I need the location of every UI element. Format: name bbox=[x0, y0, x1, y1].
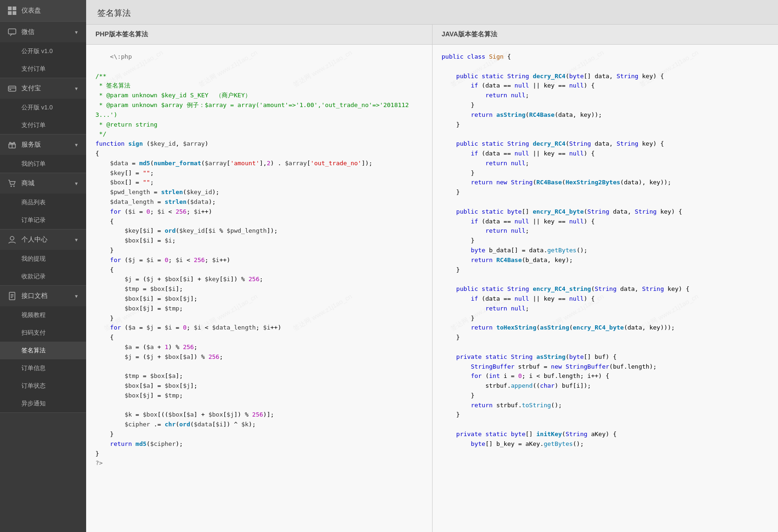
svg-point-10 bbox=[10, 236, 14, 240]
sidebar-section-label-weixin: 微信 bbox=[21, 28, 74, 36]
java-code-block[interactable]: 签达网 www.z1j1ao_cn 签达网 www.z1j1ao_cn 签达网 … bbox=[433, 45, 778, 532]
sidebar-sub-items-weixin: 公开版 v1.0 支付订单 bbox=[0, 42, 86, 78]
sidebar-sub-items-alipay: 公开版 v1.0 支付订单 bbox=[0, 99, 86, 134]
sidebar-item-api-async[interactable]: 异步通知 bbox=[0, 395, 86, 412]
chat-icon bbox=[7, 27, 17, 37]
sidebar-section-weixin: 微信 ▼ 公开版 v1.0 支付订单 bbox=[0, 22, 86, 78]
cart-icon bbox=[7, 179, 17, 188]
php-panel-header: PHP版本签名算法 bbox=[86, 25, 432, 45]
sidebar-section-header-service[interactable]: 服务版 ▼ bbox=[0, 135, 86, 155]
wallet-icon bbox=[7, 84, 17, 93]
sidebar-dashboard-label: 仪表盘 bbox=[21, 7, 79, 15]
sidebar-item-shop-orders[interactable]: 订单记录 bbox=[0, 211, 86, 229]
sidebar-item-alipay-public[interactable]: 公开版 v1.0 bbox=[0, 99, 86, 116]
sidebar-section-header-personal[interactable]: 个人中心 ▼ bbox=[0, 229, 86, 250]
sidebar-sub-items-shop: 商品列表 订单记录 bbox=[0, 194, 86, 229]
sidebar-section-header-shop[interactable]: 商城 ▼ bbox=[0, 173, 86, 194]
php-panel: PHP版本签名算法 签达网 www.z1j1ao_cn 签达网 www.z1j1… bbox=[86, 25, 433, 532]
sidebar-item-api-orderinfo[interactable]: 订单信息 bbox=[0, 359, 86, 377]
java-panel: JAVA版本签名算法 签达网 www.z1j1ao_cn 签达网 www.z1j… bbox=[433, 25, 778, 532]
java-code: public class Sign { public static String… bbox=[442, 52, 769, 449]
sidebar-item-alipay-orders[interactable]: 支付订单 bbox=[0, 116, 86, 134]
page-title: 签名算法 bbox=[97, 7, 767, 19]
sidebar-section-label-shop: 商城 bbox=[21, 179, 74, 188]
sidebar-item-api-video[interactable]: 视频教程 bbox=[0, 306, 86, 324]
sidebar-section-header-weixin[interactable]: 微信 ▼ bbox=[0, 22, 86, 42]
sidebar-item-personal-withdraw[interactable]: 我的提现 bbox=[0, 250, 86, 268]
chevron-down-icon-personal: ▼ bbox=[74, 237, 79, 242]
sidebar-section-shop: 商城 ▼ 商品列表 订单记录 bbox=[0, 173, 86, 229]
php-code: <\:php /** * 签名算法 * @param unknown $key_… bbox=[95, 52, 423, 468]
sidebar-item-api-orderstatus[interactable]: 订单状态 bbox=[0, 377, 86, 395]
grid-icon bbox=[7, 6, 17, 15]
sidebar-item-dashboard[interactable]: 仪表盘 bbox=[0, 0, 86, 22]
sidebar-item-shop-products[interactable]: 商品列表 bbox=[0, 194, 86, 211]
svg-rect-0 bbox=[8, 7, 12, 10]
sidebar-item-api-sign[interactable]: 签名算法 bbox=[0, 342, 86, 359]
main-content: 签名算法 PHP版本签名算法 签达网 www.z1j1ao_cn 签达网 www… bbox=[86, 0, 778, 532]
sidebar-item-personal-collection[interactable]: 收款记录 bbox=[0, 268, 86, 285]
gift-icon bbox=[7, 140, 17, 149]
svg-point-8 bbox=[11, 186, 12, 187]
java-panel-header: JAVA版本签名算法 bbox=[433, 25, 778, 45]
sidebar-section-header-apidoc[interactable]: 接口文档 ▼ bbox=[0, 286, 86, 306]
sidebar-section-personal: 个人中心 ▼ 我的提现 收款记录 bbox=[0, 229, 86, 286]
chevron-down-icon-apidoc: ▼ bbox=[74, 294, 79, 299]
svg-rect-6 bbox=[9, 89, 11, 90]
sidebar-item-weixin-public[interactable]: 公开版 v1.0 bbox=[0, 42, 86, 60]
sidebar: 仪表盘 微信 ▼ 公开版 v1.0 支付订单 bbox=[0, 0, 86, 532]
svg-point-9 bbox=[14, 186, 15, 187]
sidebar-section-label-apidoc: 接口文档 bbox=[21, 292, 74, 300]
user-icon bbox=[7, 235, 17, 244]
sidebar-item-weixin-orders[interactable]: 支付订单 bbox=[0, 60, 86, 78]
content-area: PHP版本签名算法 签达网 www.z1j1ao_cn 签达网 www.z1j1… bbox=[86, 25, 778, 532]
page-header: 签名算法 bbox=[86, 0, 778, 25]
doc-icon bbox=[7, 291, 17, 301]
sidebar-section-alipay: 支付宝 ▼ 公开版 v1.0 支付订单 bbox=[0, 78, 86, 135]
svg-rect-4 bbox=[8, 29, 16, 34]
chevron-down-icon-service: ▼ bbox=[74, 142, 79, 148]
php-code-block[interactable]: 签达网 www.z1j1ao_cn 签达网 www.z1j1ao_cn 签达网 … bbox=[86, 45, 432, 532]
svg-rect-3 bbox=[13, 11, 16, 15]
svg-rect-5 bbox=[8, 86, 16, 91]
sidebar-section-header-alipay[interactable]: 支付宝 ▼ bbox=[0, 78, 86, 99]
sidebar-section-label-alipay: 支付宝 bbox=[21, 84, 74, 93]
chevron-down-icon-alipay: ▼ bbox=[74, 86, 79, 91]
svg-rect-1 bbox=[13, 7, 16, 10]
sidebar-sub-items-apidoc: 视频教程 扫码支付 签名算法 订单信息 订单状态 异步通知 bbox=[0, 306, 86, 412]
sidebar-sub-items-service: 我的订单 bbox=[0, 155, 86, 173]
sidebar-sub-items-personal: 我的提现 收款记录 bbox=[0, 250, 86, 285]
sidebar-section-apidoc: 接口文档 ▼ 视频教程 扫码支付 签名算法 订单信息 订单状态 异步通知 bbox=[0, 286, 86, 413]
sidebar-section-label-personal: 个人中心 bbox=[21, 236, 74, 244]
chevron-down-icon-shop: ▼ bbox=[74, 181, 79, 186]
sidebar-section-service: 服务版 ▼ 我的订单 bbox=[0, 135, 86, 173]
chevron-down-icon: ▼ bbox=[74, 30, 79, 35]
sidebar-item-service-myorders[interactable]: 我的订单 bbox=[0, 155, 86, 173]
sidebar-section-label-service: 服务版 bbox=[21, 141, 74, 149]
sidebar-item-api-scan[interactable]: 扫码支付 bbox=[0, 324, 86, 342]
svg-rect-2 bbox=[8, 11, 12, 15]
